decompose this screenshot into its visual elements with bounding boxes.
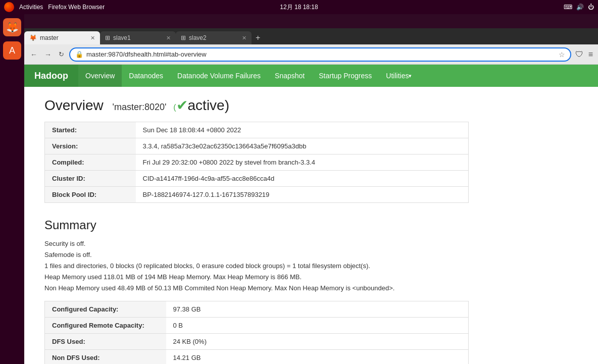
tab-slave2[interactable]: ⊞ slave2 ✕ — [176, 31, 252, 44]
clusterid-value: CID-a14147ff-196d-4c9a-af55-acc8e86cca4d — [136, 171, 469, 187]
started-label: Started: — [45, 122, 136, 138]
tab-favicon-master: 🦊 — [29, 34, 37, 41]
summary-line-3: 1 files and directories, 0 blocks (0 rep… — [44, 261, 578, 272]
dfs-used-value: 24 KB (0%) — [166, 334, 469, 350]
os-topbar: Activities Firefox Web Browser 12月 18 18… — [0, 0, 598, 14]
non-dfs-used-value: 14.21 GB — [166, 350, 469, 364]
tab-close-slave1[interactable]: ✕ — [166, 35, 171, 41]
watermark: CSDN @加油哦，哒哒哒 — [532, 354, 594, 362]
back-button[interactable]: ← — [28, 49, 39, 60]
table-row-dfs-used: DFS Used: 24 KB (0%) — [45, 334, 469, 350]
tab-label-slave1: slave1 — [113, 34, 131, 41]
tab-slave1[interactable]: ⊞ slave1 ✕ — [100, 31, 176, 44]
url-bar: 🔒 ☆ — [69, 47, 571, 62]
compiled-label: Compiled: — [45, 154, 136, 171]
started-value: Sun Dec 18 18:08:44 +0800 2022 — [136, 122, 469, 138]
blockpoolid-label: Block Pool ID: — [45, 187, 136, 203]
summary-line-5: Non Heap Memory used 48.49 MB of 50.13 M… — [44, 283, 578, 294]
active-text: active) — [188, 97, 229, 113]
page-content: Overview 'master:8020' (✔active) Started… — [24, 87, 598, 364]
table-row-compiled: Compiled: Fri Jul 29 20:32:00 +0800 2022… — [45, 154, 469, 171]
tab-master[interactable]: 🦊 master ✕ — [24, 31, 100, 44]
bookmark-icon[interactable]: ☆ — [559, 50, 565, 59]
page-overview-title: Overview 'master:8020' (✔active) — [44, 97, 578, 114]
hadoop-brand[interactable]: Hadoop — [24, 65, 78, 87]
check-symbol: ✔ — [176, 97, 188, 113]
tab-close-slave2[interactable]: ✕ — [242, 35, 246, 41]
table-row-version: Version: 3.3.4, ra585a73c3e02ac62350c136… — [45, 138, 469, 154]
summary-table: Configured Capacity: 97.38 GB Configured… — [44, 301, 469, 364]
configured-capacity-label: Configured Capacity: — [45, 301, 166, 318]
nav-snapshot[interactable]: Snapshot — [268, 65, 312, 87]
tab-bar: 🦊 master ✕ ⊞ slave1 ✕ ⊞ slave2 ✕ + — [24, 28, 598, 44]
nav-startup-progress[interactable]: Startup Progress — [312, 65, 379, 87]
tab-label-master: master — [40, 34, 59, 41]
table-row-configured-remote-capacity: Configured Remote Capacity: 0 B — [45, 318, 469, 334]
blockpoolid-value: BP-1882146974-127.0.1.1-1671357893219 — [136, 187, 469, 203]
browser-actions: 🛡 ≡ — [574, 49, 594, 60]
non-dfs-used-label: Non DFS Used: — [45, 350, 166, 364]
tab-favicon-slave1: ⊞ — [105, 34, 110, 41]
keyboard-icon: ⌨ — [564, 4, 572, 11]
extensions-button[interactable]: 🛡 — [574, 49, 584, 60]
browser-label[interactable]: Firefox Web Browser — [48, 4, 105, 11]
reload-button[interactable]: ↻ — [57, 49, 66, 59]
power-icon: ⏻ — [588, 4, 594, 11]
sidebar-firefox-icon[interactable]: 🦊 — [3, 18, 21, 36]
new-tab-button[interactable]: + — [252, 31, 264, 44]
table-row-started: Started: Sun Dec 18 18:08:44 +0800 2022 — [45, 122, 469, 138]
summary-text-block: Security is off. Safemode is off. 1 file… — [44, 238, 578, 294]
table-row-blockpoolid: Block Pool ID: BP-1882146974-127.0.1.1-1… — [45, 187, 469, 203]
table-row-non-dfs-used: Non DFS Used: 14.21 GB — [45, 350, 469, 364]
table-row-configured-capacity: Configured Capacity: 97.38 GB — [45, 301, 469, 318]
configured-capacity-value: 97.38 GB — [166, 301, 469, 318]
address-bar: ← → ↻ 🔒 ☆ 🛡 ≡ — [24, 44, 598, 65]
browser-window: 🦊 master ✕ ⊞ slave1 ✕ ⊞ slave2 ✕ + ← → ↻… — [24, 28, 598, 364]
url-input[interactable] — [86, 50, 556, 58]
tab-close-master[interactable]: ✕ — [90, 35, 95, 41]
hadoop-navbar: Hadoop Overview Datanodes Datanode Volum… — [24, 65, 598, 87]
os-topbar-right: ⌨ 🔊 ⏻ — [564, 4, 594, 11]
compiled-value: Fri Jul 29 20:32:00 +0800 2022 by stevel… — [136, 154, 469, 171]
firefox-icon: 🦊 — [6, 21, 19, 33]
os-topbar-left: Activities Firefox Web Browser — [4, 2, 105, 12]
browser-menu-button[interactable]: ≡ — [587, 49, 594, 60]
forward-button[interactable]: → — [42, 49, 54, 60]
configured-remote-capacity-label: Configured Remote Capacity: — [45, 318, 166, 334]
apps-icon: A — [9, 45, 15, 56]
activities-label[interactable]: Activities — [19, 4, 43, 11]
nav-datanode-volume-failures[interactable]: Datanode Volume Failures — [170, 65, 268, 87]
os-datetime: 12月 18 18:18 — [280, 3, 318, 12]
ubuntu-logo — [4, 2, 14, 12]
version-label: Version: — [45, 138, 136, 154]
security-lock-icon: 🔒 — [75, 50, 83, 58]
nav-utilities[interactable]: Utilities — [379, 65, 419, 87]
ubuntu-sidebar: 🦊 A — [0, 14, 24, 364]
summary-line-1: Security is off. — [44, 238, 578, 249]
overview-table: Started: Sun Dec 18 18:08:44 +0800 2022 … — [44, 122, 469, 203]
summary-line-4: Heap Memory used 118.01 MB of 194 MB Hea… — [44, 272, 578, 283]
hostname-label: 'master:8020' — [112, 102, 166, 112]
summary-title: Summary — [44, 218, 578, 232]
dfs-used-label: DFS Used: — [45, 334, 166, 350]
nav-overview[interactable]: Overview — [78, 65, 122, 87]
sidebar-apps-icon[interactable]: A — [3, 41, 21, 60]
nav-datanodes[interactable]: Datanodes — [122, 65, 170, 87]
configured-remote-capacity-value: 0 B — [166, 318, 469, 334]
clusterid-label: Cluster ID: — [45, 171, 136, 187]
version-value: 3.3.4, ra585a73c3e02ac62350c136643a5e7f6… — [136, 138, 469, 154]
tab-label-slave2: slave2 — [189, 34, 207, 41]
volume-icon: 🔊 — [576, 4, 584, 11]
table-row-clusterid: Cluster ID: CID-a14147ff-196d-4c9a-af55-… — [45, 171, 469, 187]
tab-favicon-slave2: ⊞ — [181, 34, 186, 41]
summary-line-2: Safemode is off. — [44, 249, 578, 261]
